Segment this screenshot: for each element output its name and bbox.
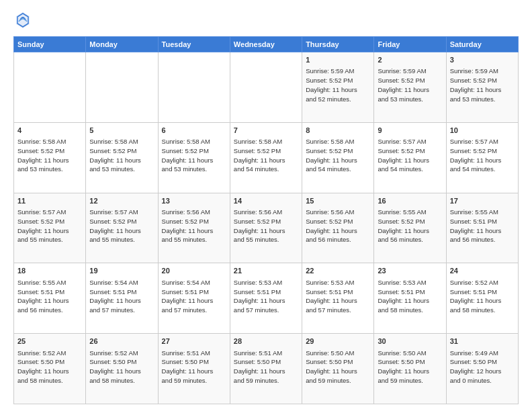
day-info: Sunrise: 5:55 AM Sunset: 5:51 PM Dayligh… [450,208,515,244]
day-cell: 25Sunrise: 5:52 AM Sunset: 5:50 PM Dayli… [14,334,86,404]
day-cell: 24Sunrise: 5:52 AM Sunset: 5:51 PM Dayli… [446,263,518,334]
day-cell: 22Sunrise: 5:53 AM Sunset: 5:51 PM Dayli… [302,263,374,334]
day-cell: 1Sunrise: 5:59 AM Sunset: 5:52 PM Daylig… [302,52,374,123]
day-number: 29 [306,336,370,347]
day-info: Sunrise: 5:57 AM Sunset: 5:52 PM Dayligh… [89,208,154,244]
day-cell: 26Sunrise: 5:52 AM Sunset: 5:50 PM Dayli… [86,334,158,404]
day-info: Sunrise: 5:51 AM Sunset: 5:50 PM Dayligh… [162,349,226,385]
day-number: 2 [378,55,442,65]
day-info: Sunrise: 5:55 AM Sunset: 5:52 PM Dayligh… [378,208,442,244]
day-info: Sunrise: 5:57 AM Sunset: 5:52 PM Dayligh… [378,137,442,174]
day-number: 27 [162,336,226,347]
day-cell: 11Sunrise: 5:57 AM Sunset: 5:52 PM Dayli… [14,193,86,263]
day-number: 19 [89,266,154,276]
day-number: 26 [89,336,154,347]
day-cell: 21Sunrise: 5:53 AM Sunset: 5:51 PM Dayli… [230,263,302,334]
day-info: Sunrise: 5:54 AM Sunset: 5:51 PM Dayligh… [162,278,226,315]
day-cell: 5Sunrise: 5:58 AM Sunset: 5:52 PM Daylig… [86,122,158,193]
day-info: Sunrise: 5:50 AM Sunset: 5:50 PM Dayligh… [378,349,442,385]
day-number: 3 [450,55,515,65]
day-number: 4 [17,126,82,136]
day-number: 23 [378,266,442,276]
day-cell [158,52,230,123]
weekday-tuesday: Tuesday [158,37,230,52]
day-cell [14,52,86,123]
page: SundayMondayTuesdayWednesdayThursdayFrid… [0,0,532,411]
day-info: Sunrise: 5:58 AM Sunset: 5:52 PM Dayligh… [234,137,298,174]
day-info: Sunrise: 5:58 AM Sunset: 5:52 PM Dayligh… [89,137,154,174]
day-number: 14 [234,196,298,206]
weekday-monday: Monday [86,37,158,52]
day-number: 16 [378,196,442,206]
day-info: Sunrise: 5:57 AM Sunset: 5:52 PM Dayligh… [450,137,515,174]
day-info: Sunrise: 5:56 AM Sunset: 5:52 PM Dayligh… [234,208,298,244]
calendar-table: SundayMondayTuesdayWednesdayThursdayFrid… [13,36,519,404]
day-number: 22 [306,266,370,276]
day-cell: 12Sunrise: 5:57 AM Sunset: 5:52 PM Dayli… [86,193,158,263]
weekday-sunday: Sunday [14,37,86,52]
day-info: Sunrise: 5:58 AM Sunset: 5:52 PM Dayligh… [17,137,82,174]
day-cell: 14Sunrise: 5:56 AM Sunset: 5:52 PM Dayli… [230,193,302,263]
day-cell: 27Sunrise: 5:51 AM Sunset: 5:50 PM Dayli… [158,334,230,404]
day-info: Sunrise: 5:50 AM Sunset: 5:50 PM Dayligh… [306,349,370,385]
day-number: 28 [234,336,298,347]
day-cell: 17Sunrise: 5:55 AM Sunset: 5:51 PM Dayli… [446,193,518,263]
day-info: Sunrise: 5:52 AM Sunset: 5:50 PM Dayligh… [17,349,82,385]
day-info: Sunrise: 5:53 AM Sunset: 5:51 PM Dayligh… [378,278,442,315]
day-number: 8 [306,126,370,136]
logo [13,11,36,30]
day-cell: 8Sunrise: 5:58 AM Sunset: 5:52 PM Daylig… [302,122,374,193]
day-number: 18 [17,266,82,276]
day-cell: 19Sunrise: 5:54 AM Sunset: 5:51 PM Dayli… [86,263,158,334]
day-number: 5 [89,126,154,136]
day-info: Sunrise: 5:55 AM Sunset: 5:51 PM Dayligh… [17,278,82,315]
day-number: 10 [450,126,515,136]
day-number: 9 [378,126,442,136]
day-number: 24 [450,266,515,276]
week-row-2: 4Sunrise: 5:58 AM Sunset: 5:52 PM Daylig… [14,122,519,193]
week-row-5: 25Sunrise: 5:52 AM Sunset: 5:50 PM Dayli… [14,334,519,404]
day-number: 25 [17,336,82,347]
day-number: 1 [306,55,370,65]
day-info: Sunrise: 5:56 AM Sunset: 5:52 PM Dayligh… [306,208,370,244]
day-cell: 20Sunrise: 5:54 AM Sunset: 5:51 PM Dayli… [158,263,230,334]
logo-icon [13,11,32,30]
day-number: 30 [378,336,442,347]
day-number: 21 [234,266,298,276]
day-cell: 18Sunrise: 5:55 AM Sunset: 5:51 PM Dayli… [14,263,86,334]
day-number: 11 [17,196,82,206]
day-cell: 3Sunrise: 5:59 AM Sunset: 5:52 PM Daylig… [446,52,518,123]
day-info: Sunrise: 5:56 AM Sunset: 5:52 PM Dayligh… [162,208,226,244]
day-info: Sunrise: 5:49 AM Sunset: 5:50 PM Dayligh… [450,349,515,385]
day-number: 17 [450,196,515,206]
day-cell: 28Sunrise: 5:51 AM Sunset: 5:50 PM Dayli… [230,334,302,404]
day-cell: 29Sunrise: 5:50 AM Sunset: 5:50 PM Dayli… [302,334,374,404]
day-cell [230,52,302,123]
day-info: Sunrise: 5:57 AM Sunset: 5:52 PM Dayligh… [17,208,82,244]
day-info: Sunrise: 5:59 AM Sunset: 5:52 PM Dayligh… [306,66,370,103]
day-cell: 30Sunrise: 5:50 AM Sunset: 5:50 PM Dayli… [374,334,446,404]
day-cell: 2Sunrise: 5:59 AM Sunset: 5:52 PM Daylig… [374,52,446,123]
day-number: 12 [89,196,154,206]
day-info: Sunrise: 5:54 AM Sunset: 5:51 PM Dayligh… [89,278,154,315]
weekday-friday: Friday [374,37,446,52]
day-number: 31 [450,336,515,347]
weekday-wednesday: Wednesday [230,37,302,52]
day-cell: 6Sunrise: 5:58 AM Sunset: 5:52 PM Daylig… [158,122,230,193]
day-cell: 7Sunrise: 5:58 AM Sunset: 5:52 PM Daylig… [230,122,302,193]
day-info: Sunrise: 5:52 AM Sunset: 5:51 PM Dayligh… [450,278,515,315]
day-cell: 31Sunrise: 5:49 AM Sunset: 5:50 PM Dayli… [446,334,518,404]
header [13,11,519,30]
day-cell: 16Sunrise: 5:55 AM Sunset: 5:52 PM Dayli… [374,193,446,263]
day-cell: 23Sunrise: 5:53 AM Sunset: 5:51 PM Dayli… [374,263,446,334]
week-row-1: 1Sunrise: 5:59 AM Sunset: 5:52 PM Daylig… [14,52,519,123]
day-info: Sunrise: 5:53 AM Sunset: 5:51 PM Dayligh… [234,278,298,315]
day-number: 7 [234,126,298,136]
day-cell: 10Sunrise: 5:57 AM Sunset: 5:52 PM Dayli… [446,122,518,193]
week-row-3: 11Sunrise: 5:57 AM Sunset: 5:52 PM Dayli… [14,193,519,263]
day-cell: 4Sunrise: 5:58 AM Sunset: 5:52 PM Daylig… [14,122,86,193]
day-cell: 13Sunrise: 5:56 AM Sunset: 5:52 PM Dayli… [158,193,230,263]
day-number: 15 [306,196,370,206]
weekday-saturday: Saturday [446,37,518,52]
day-info: Sunrise: 5:52 AM Sunset: 5:50 PM Dayligh… [89,349,154,385]
